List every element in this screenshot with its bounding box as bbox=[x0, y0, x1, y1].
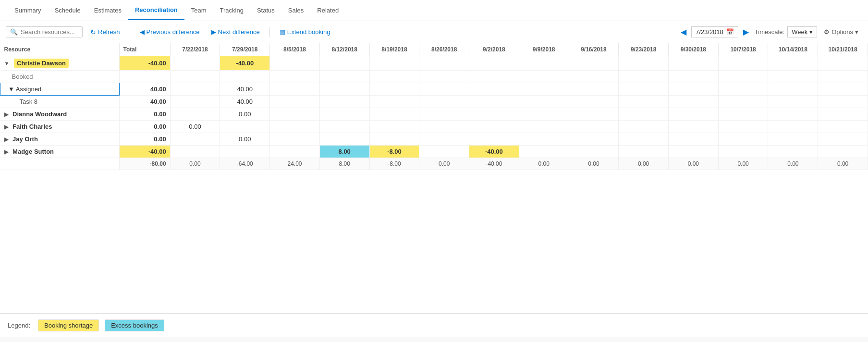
nav-tracking[interactable]: Tracking bbox=[213, 1, 250, 20]
search-icon: 🔍 bbox=[10, 28, 18, 36]
legend-label: Legend: bbox=[8, 322, 30, 329]
col-8-12: 8/12/2018 bbox=[319, 43, 369, 56]
christie-10-14 bbox=[768, 56, 818, 71]
reconciliation-table: Resource Total 7/22/2018 7/29/2018 8/5/2… bbox=[0, 43, 868, 170]
christie-8-26 bbox=[419, 56, 469, 71]
excess-bookings-badge: Excess bookings bbox=[105, 319, 164, 331]
total-8-19: -8.00 bbox=[369, 158, 419, 170]
expand-icon-madge[interactable]: ▶ bbox=[4, 149, 8, 155]
refresh-button[interactable]: ↻ Refresh bbox=[86, 26, 124, 38]
date-display[interactable]: 7/23/2018 📅 bbox=[691, 26, 738, 37]
col-9-23: 9/23/2018 bbox=[619, 43, 669, 56]
expand-icon-faith[interactable]: ▶ bbox=[4, 124, 8, 130]
separator-2 bbox=[269, 27, 270, 37]
total-8-5: 24.00 bbox=[270, 158, 320, 170]
christie-9-9 bbox=[519, 56, 569, 71]
total-9-30: 0.00 bbox=[668, 158, 718, 170]
nav-sales[interactable]: Sales bbox=[281, 1, 311, 20]
christie-dawson-label: Christie Dawson bbox=[14, 59, 69, 68]
extend-booking-button[interactable]: ▦ Extend booking bbox=[276, 26, 334, 37]
madge-8-19: -8.00 bbox=[369, 146, 419, 158]
nav-related[interactable]: Related bbox=[310, 1, 345, 20]
search-input[interactable] bbox=[21, 28, 78, 36]
madge-9-2: -40.00 bbox=[469, 146, 519, 158]
refresh-icon: ↻ bbox=[90, 28, 96, 36]
total-9-23: 0.00 bbox=[619, 158, 669, 170]
date-next-button[interactable]: ▶ bbox=[740, 26, 752, 37]
toolbar-right: ◀ 7/23/2018 📅 ▶ Timescale: Week ▾ ⚙ Opti… bbox=[678, 26, 862, 37]
dianna-woodward-name[interactable]: ▶ Dianna Woodward bbox=[0, 108, 120, 121]
totals-row: -80.00 0.00 -64.00 24.00 8.00 -8.00 0.00… bbox=[0, 158, 868, 170]
timescale-dropdown[interactable]: Week ▾ bbox=[787, 26, 817, 37]
prev-diff-button[interactable]: ◀ Previous difference bbox=[136, 26, 204, 37]
options-label: Options bbox=[831, 28, 853, 36]
next-arrow-icon: ▶ bbox=[211, 28, 216, 36]
date-navigation: ◀ 7/23/2018 📅 ▶ bbox=[678, 26, 752, 37]
col-resource: Resource bbox=[0, 43, 120, 56]
header-row: Resource Total 7/22/2018 7/29/2018 8/5/2… bbox=[0, 43, 868, 56]
booking-shortage-badge: Booking shortage bbox=[38, 319, 99, 331]
timescale-value: Week bbox=[792, 28, 807, 36]
total-7-29: -64.00 bbox=[220, 158, 270, 170]
nav-estimates[interactable]: Estimates bbox=[87, 1, 128, 20]
christie-8-19 bbox=[369, 56, 419, 71]
madge-total: -40.00 bbox=[119, 146, 170, 158]
grand-total: -80.00 bbox=[119, 158, 170, 170]
nav-status[interactable]: Status bbox=[250, 1, 281, 20]
jay-7-29: 0.00 bbox=[220, 133, 270, 146]
top-navigation: Summary Schedule Estimates Reconciliatio… bbox=[0, 0, 868, 21]
extend-icon: ▦ bbox=[280, 28, 285, 36]
total-8-26: 0.00 bbox=[419, 158, 469, 170]
task-8-7-29: 40.00 bbox=[220, 96, 270, 108]
christie-9-23 bbox=[619, 56, 669, 71]
col-8-19: 8/19/2018 bbox=[369, 43, 419, 56]
row-jay-orth: ▶ Jay Orth 0.00 0.00 bbox=[0, 133, 868, 146]
expand-icon-assigned[interactable]: ▼ bbox=[8, 86, 14, 93]
total-9-9: 0.00 bbox=[519, 158, 569, 170]
extend-booking-label: Extend booking bbox=[287, 28, 330, 36]
total-8-12: 8.00 bbox=[319, 158, 369, 170]
madge-sutton-name[interactable]: ▶ Madge Sutton bbox=[0, 146, 120, 158]
total-9-2: -40.00 bbox=[469, 158, 519, 170]
calendar-icon: 📅 bbox=[726, 28, 734, 36]
col-8-5: 8/5/2018 bbox=[270, 43, 320, 56]
search-box[interactable]: 🔍 bbox=[6, 26, 83, 37]
assigned-label[interactable]: ▼ Assigned bbox=[0, 83, 120, 96]
next-diff-label: Next difference bbox=[218, 28, 260, 36]
dianna-total: 0.00 bbox=[119, 108, 170, 121]
row-christie-dawson: ▼ Christie Dawson -40.00 -40.00 bbox=[0, 56, 868, 71]
total-10-21: 0.00 bbox=[818, 158, 868, 170]
nav-schedule[interactable]: Schedule bbox=[48, 1, 87, 20]
faith-charles-name[interactable]: ▶ Faith Charles bbox=[0, 121, 120, 133]
row-christie-booked: Booked bbox=[0, 71, 868, 83]
total-7-22: 0.00 bbox=[170, 158, 220, 170]
next-diff-button[interactable]: ▶ Next difference bbox=[208, 26, 264, 37]
grid-container[interactable]: Resource Total 7/22/2018 7/29/2018 8/5/2… bbox=[0, 43, 868, 313]
christie-total: -40.00 bbox=[119, 56, 170, 71]
col-10-21: 10/21/2018 bbox=[818, 43, 868, 56]
nav-reconciliation[interactable]: Reconciliation bbox=[128, 0, 184, 20]
toolbar: 🔍 ↻ Refresh ◀ Previous difference ▶ Next… bbox=[0, 21, 868, 43]
dianna-7-29: 0.00 bbox=[220, 108, 270, 121]
faith-total: 0.00 bbox=[119, 121, 170, 133]
assigned-7-29: 40.00 bbox=[220, 83, 270, 96]
separator-1 bbox=[130, 27, 130, 37]
options-button[interactable]: ⚙ Options ▾ bbox=[820, 27, 862, 37]
col-7-29: 7/29/2018 bbox=[220, 43, 270, 56]
options-chevron-icon: ▾ bbox=[855, 28, 858, 36]
task-8-label: Task 8 bbox=[0, 96, 120, 108]
legend-excess-bookings: Excess bookings bbox=[105, 319, 164, 331]
jay-orth-name[interactable]: ▶ Jay Orth bbox=[0, 133, 120, 146]
christie-8-5 bbox=[270, 56, 320, 71]
nav-team[interactable]: Team bbox=[184, 1, 213, 20]
row-faith-charles: ▶ Faith Charles 0.00 0.00 bbox=[0, 121, 868, 133]
expand-icon-dianna[interactable]: ▶ bbox=[4, 111, 8, 117]
nav-summary[interactable]: Summary bbox=[8, 1, 48, 20]
christie-dawson-name[interactable]: ▼ Christie Dawson bbox=[0, 56, 120, 71]
booked-total bbox=[119, 71, 170, 83]
expand-icon-jay[interactable]: ▶ bbox=[4, 136, 8, 142]
date-prev-button[interactable]: ◀ bbox=[678, 26, 689, 37]
col-7-22: 7/22/2018 bbox=[170, 43, 220, 56]
expand-icon-christie[interactable]: ▼ bbox=[4, 61, 10, 66]
christie-8-12 bbox=[319, 56, 369, 71]
